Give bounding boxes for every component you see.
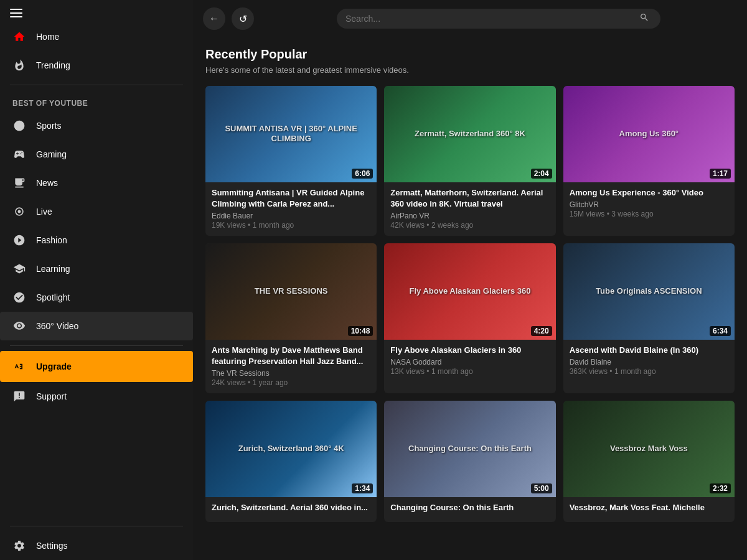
video-card[interactable]: Changing Course: On this Earth 5:00 Chan… [384, 401, 555, 521]
video-info: Ants Marching by Dave Matthews Band feat… [205, 340, 377, 393]
video-card[interactable]: Zurich, Switzerland 360° 4K 1:34 Zurich,… [205, 401, 377, 521]
video-info: Zermatt, Matterhorn, Switzerland. Aerial… [384, 182, 555, 236]
divider-1 [10, 85, 183, 85]
live-label: Live [36, 207, 52, 217]
video-info: Among Us Experience - 360° Video GlitchV… [563, 182, 735, 225]
spotlight-label: Spotlight [36, 292, 70, 302]
support-label: Support [36, 391, 67, 401]
page-subtitle: Here's some of the latest and greatest i… [205, 65, 735, 75]
360video-label: 360° Video [36, 321, 78, 331]
video-card[interactable]: Tube Originals ASCENSION 6:34 Ascend wit… [563, 243, 735, 393]
thumbnail-text: Vessbroz Mark Voss [605, 439, 693, 459]
sidebar-item-fashion[interactable]: Fashion [0, 226, 193, 254]
video-info: Ascend with David Blaine (In 360) David … [563, 340, 735, 382]
sidebar-item-gaming[interactable]: Gaming [0, 140, 193, 169]
live-icon [12, 205, 26, 218]
topbar: ← ↺ [193, 0, 747, 37]
video-title: Fly Above Alaskan Glaciers in 360 [390, 345, 549, 356]
thumbnail-text: Changing Course: On this Earth [403, 439, 537, 459]
divider-3 [10, 526, 183, 526]
divider-2 [10, 345, 183, 346]
video-duration: 6:06 [352, 169, 373, 179]
video-duration: 5:00 [531, 483, 552, 493]
trending-label: Trending [36, 60, 70, 70]
video-card[interactable]: Zermatt, Switzerland 360° 8K 2:04 Zermat… [384, 86, 555, 236]
video-meta: 24K views • 1 year ago [212, 378, 370, 387]
sidebar-item-settings[interactable]: Settings [0, 531, 193, 560]
sidebar-item-spotlight[interactable]: Spotlight [0, 283, 193, 312]
video-card[interactable]: SUMMIT ANTISA VR | 360° ALPINE CLIMBING … [205, 86, 377, 236]
search-button[interactable] [637, 10, 652, 27]
video-info: Changing Course: On this Earth [384, 497, 555, 521]
thumbnail-bg: Vessbroz Mark Voss [563, 401, 735, 497]
sidebar-item-trending[interactable]: Trending [0, 51, 193, 80]
support-icon [12, 390, 26, 403]
video-meta: 15M views • 3 weeks ago [570, 210, 728, 218]
video-thumbnail: Zermatt, Switzerland 360° 8K 2:04 [384, 86, 555, 182]
sidebar-item-360video[interactable]: 360° Video [0, 312, 193, 340]
video-thumbnail: Fly Above Alaskan Glaciers 360 4:20 [384, 243, 555, 340]
video-thumbnail: Vessbroz Mark Voss 2:32 [563, 401, 735, 497]
video-grid: SUMMIT ANTISA VR | 360° ALPINE CLIMBING … [205, 86, 735, 522]
video-card[interactable]: Vessbroz Mark Voss 2:32 Vessbroz, Mark V… [563, 401, 735, 521]
video-channel: David Blaine [570, 358, 728, 366]
video-title: Among Us Experience - 360° Video [570, 187, 728, 198]
video-thumbnail: Tube Originals ASCENSION 6:34 [563, 243, 735, 340]
upgrade-label: Upgrade [36, 362, 72, 371]
sports-icon [12, 119, 26, 133]
main-content: ← ↺ Recently Popular Here's some of the … [193, 0, 747, 560]
video-channel: NASA Goddard [390, 358, 549, 366]
video-card[interactable]: Among Us 360° 1:17 Among Us Experience -… [563, 86, 735, 236]
video-meta: 19K views • 1 month ago [212, 221, 370, 230]
video-title: Vessbroz, Mark Voss Feat. Michelle [570, 502, 728, 513]
back-button[interactable]: ← [203, 7, 225, 30]
thumbnail-bg: Zermatt, Switzerland 360° 8K [384, 86, 555, 182]
video-duration: 4:20 [531, 326, 552, 336]
refresh-button[interactable]: ↺ [232, 7, 254, 30]
page-content: Recently Popular Here's some of the late… [193, 37, 747, 532]
thumbnail-text: Zurich, Switzerland 360° 4K [233, 439, 349, 459]
video-title: Summiting Antisana | VR Guided Alpine Cl… [212, 187, 370, 210]
video-card[interactable]: THE VR SESSIONS 10:48 Ants Marching by D… [205, 243, 377, 393]
sidebar-item-learning[interactable]: Learning [0, 254, 193, 283]
sidebar-item-upgrade[interactable]: Upgrade [0, 351, 193, 382]
news-label: News [36, 178, 58, 188]
video-title: Ascend with David Blaine (In 360) [570, 345, 728, 356]
video-info: Fly Above Alaskan Glaciers in 360 NASA G… [384, 340, 555, 382]
thumbnail-bg: Zurich, Switzerland 360° 4K [205, 401, 377, 497]
news-icon [12, 176, 26, 190]
sidebar-item-home[interactable]: Home [0, 22, 193, 51]
video-card[interactable]: Fly Above Alaskan Glaciers 360 4:20 Fly … [384, 243, 555, 393]
sidebar-item-live[interactable]: Live [0, 197, 193, 226]
video-thumbnail: THE VR SESSIONS 10:48 [205, 243, 377, 340]
sidebar-item-sports[interactable]: Sports [0, 111, 193, 140]
sidebar-item-news[interactable]: News [0, 169, 193, 197]
fashion-label: Fashion [36, 235, 67, 245]
search-input[interactable] [345, 9, 637, 29]
video-thumbnail: Among Us 360° 1:17 [563, 86, 735, 182]
sports-label: Sports [36, 121, 61, 131]
video-thumbnail: Zurich, Switzerland 360° 4K 1:34 [205, 401, 377, 497]
thumbnail-text: Zermatt, Switzerland 360° 8K [410, 124, 530, 144]
360-icon [12, 319, 26, 333]
video-title: Zurich, Switzerland. Aerial 360 video in… [212, 502, 370, 513]
thumbnail-bg: SUMMIT ANTISA VR | 360° ALPINE CLIMBING [205, 86, 377, 182]
video-duration: 1:34 [352, 483, 373, 493]
thumbnail-text: Among Us 360° [614, 124, 684, 144]
spotlight-icon [12, 291, 26, 304]
home-icon [12, 30, 26, 44]
video-info: Vessbroz, Mark Voss Feat. Michelle [563, 497, 735, 521]
hamburger-menu[interactable] [10, 9, 22, 17]
video-channel: The VR Sessions [212, 369, 370, 378]
fashion-icon [12, 233, 26, 247]
video-channel: AirPano VR [390, 212, 549, 220]
thumbnail-bg: Fly Above Alaskan Glaciers 360 [384, 243, 555, 340]
page-title: Recently Popular [205, 47, 735, 62]
video-channel: Eddie Bauer [212, 212, 370, 220]
settings-icon [12, 539, 26, 553]
sidebar-item-support[interactable]: Support [0, 382, 193, 411]
learning-icon [12, 262, 26, 276]
video-title: Changing Course: On this Earth [390, 502, 549, 513]
thumbnail-text: Fly Above Alaskan Glaciers 360 [405, 281, 536, 302]
home-label: Home [36, 32, 59, 42]
